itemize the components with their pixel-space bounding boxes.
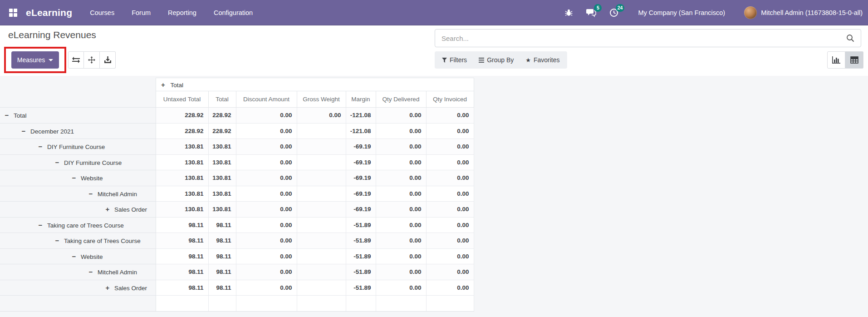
pivot-value-cell: 0.00 (297, 108, 346, 124)
group-by-label: Group By (487, 56, 514, 64)
pivot-value-cell: 130.81 (208, 154, 236, 170)
measures-button[interactable]: Measures (11, 51, 59, 69)
pivot-column-header[interactable]: Total (208, 91, 236, 108)
pivot-value-cell: 98.11 (156, 233, 208, 249)
pivot-value-cell (297, 202, 346, 218)
pivot-value-cell: 98.11 (208, 248, 236, 264)
group-by-menu[interactable]: Group By (479, 56, 514, 64)
row-label: Website (81, 253, 103, 260)
download-xlsx-button[interactable] (100, 51, 116, 69)
pivot-value-cell: -51.89 (346, 217, 376, 233)
pivot-top-header-row: +Total (0, 78, 474, 91)
pivot-value-cell: 130.81 (156, 170, 208, 186)
group-by-bars-icon (479, 58, 484, 63)
row-label: DIY Furniture Course (64, 159, 122, 166)
pivot-row-header[interactable]: −Taking care of Trees Course (0, 233, 156, 249)
filters-menu[interactable]: Filters (442, 56, 467, 64)
pivot-value-cell: 0.00 (236, 170, 297, 186)
pivot-value-cell: -51.89 (346, 280, 376, 296)
app-brand[interactable]: eLearning (26, 7, 72, 18)
pivot-column-header[interactable]: Margin (346, 91, 376, 108)
pivot-column-header[interactable]: Untaxed Total (156, 91, 208, 108)
pivot-value-cell: 0.00 (236, 186, 297, 202)
user-menu[interactable]: Mitchell Admin (11673808-15-0-all) (744, 6, 863, 19)
view-switch-pivot[interactable] (845, 51, 863, 69)
view-switch-bar-chart[interactable] (827, 51, 845, 69)
pivot-row-header[interactable]: −DIY Furniture Course (0, 139, 156, 155)
view-switcher (827, 51, 863, 69)
pivot-value-cell: 0.00 (426, 202, 474, 218)
pivot-value-cell: 98.11 (156, 264, 208, 280)
pivot-value-cell: 0.00 (426, 233, 474, 249)
pivot-value-cell: 98.11 (208, 280, 236, 296)
minus-icon: − (88, 268, 94, 276)
expand-all-button[interactable] (84, 51, 100, 69)
flip-axis-button[interactable] (68, 51, 84, 69)
pivot-value-cell: 0.00 (426, 217, 474, 233)
minus-icon: − (20, 127, 27, 135)
pivot-value-cell: -121.08 (346, 108, 376, 124)
pivot-value-cell: 0.00 (236, 139, 297, 155)
pivot-column-header[interactable]: Qty Invoiced (426, 91, 474, 108)
nav-item-reporting[interactable]: Reporting (159, 0, 205, 25)
pivot-row-header[interactable]: −DIY Furniture Course (0, 154, 156, 170)
pivot-grid-icon (850, 56, 858, 64)
debug-bug-icon[interactable] (563, 7, 574, 19)
table-row: −Mitchell Admin98.1198.110.00-51.890.000… (0, 264, 474, 280)
favorites-label: Favorites (534, 56, 560, 64)
pivot-column-header[interactable]: Qty Delivered (376, 91, 426, 108)
pivot-value-cell: 0.00 (236, 233, 297, 249)
pivot-row-header[interactable]: +Sales Order (0, 202, 156, 218)
pivot-value-cell: 0.00 (426, 280, 474, 296)
row-label: December 2021 (30, 128, 74, 135)
pivot-value-cell (297, 280, 346, 296)
pivot-row-header[interactable]: −Website (0, 170, 156, 186)
pivot-row-header[interactable]: −Mitchell Admin (0, 186, 156, 202)
pivot-value-cell: 0.00 (426, 123, 474, 139)
pivot-value-cell: 0.00 (376, 202, 426, 218)
pivot-column-header[interactable]: Gross Weight (297, 91, 346, 108)
nav-item-forum[interactable]: Forum (123, 0, 159, 25)
pivot-row-header[interactable]: −Mitchell Admin (0, 264, 156, 280)
row-label: Mitchell Admin (98, 269, 137, 276)
pivot-value-cell: 228.92 (156, 108, 208, 124)
user-name: Mitchell Admin (11673808-15-0-all) (761, 9, 863, 16)
table-row: −DIY Furniture Course130.81130.810.00-69… (0, 154, 474, 170)
pivot-value-cell: 98.11 (156, 280, 208, 296)
pivot-row-header[interactable]: −Total (0, 108, 156, 124)
pivot-column-header[interactable]: Discount Amount (236, 91, 297, 108)
pivot-row-header[interactable]: −December 2021 (0, 123, 156, 139)
pivot-value-cell (297, 170, 346, 186)
pivot-row-header[interactable]: +Sales Order (0, 280, 156, 296)
pivot-total-column-header[interactable]: +Total (156, 78, 474, 91)
pivot-value-cell: 0.00 (236, 108, 297, 124)
pivot-value-cell: 130.81 (208, 202, 236, 218)
nav-item-configuration[interactable]: Configuration (205, 0, 261, 25)
search-submit[interactable] (846, 34, 861, 42)
pivot-value-cell (297, 264, 346, 280)
pivot-value-cell: 98.11 (208, 217, 236, 233)
company-switcher[interactable]: My Company (San Francisco) (638, 9, 725, 16)
messages-button[interactable]: 5 (585, 7, 597, 19)
total-header-label: Total (171, 82, 184, 89)
pivot-value-cell: 0.00 (236, 248, 297, 264)
pivot-value-cell: -121.08 (346, 123, 376, 139)
pivot-value-cell: 130.81 (156, 202, 208, 218)
pivot-value-cell: 0.00 (236, 280, 297, 296)
search-input[interactable] (435, 35, 846, 42)
activities-button[interactable]: 24 (608, 7, 620, 19)
table-row: −December 2021228.92228.920.00-121.080.0… (0, 123, 474, 139)
pivot-value-cell: 0.00 (376, 264, 426, 280)
row-label: Taking care of Trees Course (64, 238, 141, 244)
pivot-row-header[interactable]: −Website (0, 248, 156, 264)
activities-count-badge: 24 (616, 4, 625, 12)
plus-icon: + (160, 81, 167, 89)
nav-item-courses[interactable]: Courses (81, 0, 123, 25)
minus-icon: − (88, 190, 94, 198)
favorites-menu[interactable]: ★ Favorites (525, 56, 559, 64)
table-row: −Website130.81130.810.00-69.190.000.00 (0, 170, 474, 186)
pivot-row-header[interactable]: −Taking care of Trees Course (0, 217, 156, 233)
apps-menu-icon[interactable] (9, 9, 17, 17)
row-label: Sales Order (114, 206, 147, 213)
pivot-value-cell: 0.00 (376, 123, 426, 139)
